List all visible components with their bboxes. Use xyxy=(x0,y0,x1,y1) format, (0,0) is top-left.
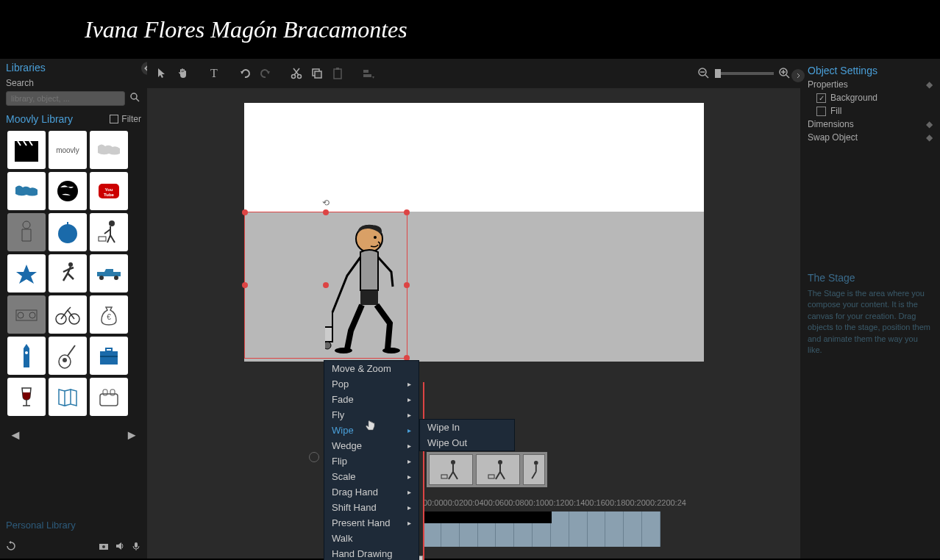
thumb-brochure[interactable] xyxy=(49,378,87,416)
submenu-item-wipe-out[interactable]: Wipe Out xyxy=(420,435,514,450)
menu-item-move-zoom[interactable]: Move & Zoom xyxy=(324,361,419,376)
thumb-clapper[interactable] xyxy=(7,131,46,169)
resize-handle-tr[interactable] xyxy=(404,209,410,215)
collapse-right-icon[interactable] xyxy=(791,69,805,82)
playhead[interactable] xyxy=(423,382,424,560)
thumb-truck[interactable] xyxy=(90,254,128,292)
thumb-wine[interactable] xyxy=(7,378,46,416)
resize-handle-tc[interactable] xyxy=(323,209,329,215)
expand-icon[interactable]: ◆ xyxy=(926,132,933,143)
ruler-tick: 00:02 xyxy=(444,498,464,511)
menu-item-fade[interactable]: Fade▸ xyxy=(324,392,419,407)
ruler-tick: 00:18 xyxy=(605,498,626,511)
timeline-clip[interactable] xyxy=(423,511,552,523)
refresh-icon[interactable] xyxy=(6,541,16,554)
fill-checkbox[interactable] xyxy=(816,107,826,116)
background-label: Background xyxy=(830,93,877,103)
timeline-toggle-icon[interactable] xyxy=(309,452,319,462)
filter-checkbox[interactable] xyxy=(110,115,118,123)
menu-item-pop[interactable]: Pop▸ xyxy=(324,376,419,392)
rotation-handle[interactable]: ⟲ xyxy=(322,198,330,208)
background-option[interactable]: Background xyxy=(808,93,933,103)
menu-item-flip[interactable]: Flip▸ xyxy=(324,453,419,469)
thumb-runner[interactable] xyxy=(49,254,87,292)
menu-item-wedge[interactable]: Wedge▸ xyxy=(324,438,419,453)
svg-rect-32 xyxy=(100,351,118,365)
swap-object-section[interactable]: Swap Object ◆ xyxy=(808,132,933,143)
thumb-star[interactable] xyxy=(7,254,46,292)
thumb-bigben[interactable] xyxy=(7,337,46,375)
zoom-slider[interactable] xyxy=(715,72,774,75)
thumb-worldmap-dark[interactable] xyxy=(7,172,46,210)
filter-control[interactable]: Filter xyxy=(110,114,141,124)
properties-section[interactable]: Properties ◆ xyxy=(808,79,933,90)
align-button[interactable] xyxy=(362,67,375,80)
stage[interactable]: ⟲ xyxy=(244,103,704,362)
zoom-in-button[interactable] xyxy=(778,67,791,80)
svg-point-19 xyxy=(114,276,118,280)
submenu-item-wipe-in[interactable]: Wipe In xyxy=(420,420,514,435)
thumb-businessman[interactable] xyxy=(7,213,46,251)
thumb-globe[interactable] xyxy=(49,172,87,210)
menu-item-hand-drawing[interactable]: Hand Drawing xyxy=(324,546,419,560)
menu-item-walk[interactable]: Walk xyxy=(324,531,419,546)
svg-point-75 xyxy=(325,342,331,349)
svg-point-15 xyxy=(109,220,115,226)
resize-handle-tl[interactable] xyxy=(242,209,248,215)
search-input[interactable] xyxy=(6,91,125,106)
pager-prev[interactable]: ◄ xyxy=(9,428,22,443)
thumb-moovly[interactable]: moovly xyxy=(49,131,87,169)
sound-icon[interactable] xyxy=(115,541,125,554)
thumb-bicycle[interactable] xyxy=(49,295,87,334)
background-checkbox[interactable] xyxy=(816,93,826,103)
menu-item-scale[interactable]: Scale▸ xyxy=(324,469,419,484)
svg-rect-70 xyxy=(360,290,378,305)
timeline-clip-thumbs[interactable] xyxy=(427,452,547,487)
pager-next[interactable]: ► xyxy=(125,428,138,443)
dimensions-section[interactable]: Dimensions ◆ xyxy=(808,119,933,129)
timeline-thumb-1[interactable] xyxy=(429,454,473,485)
thumb-person-cart[interactable] xyxy=(90,213,128,251)
boy-with-cart-object[interactable] xyxy=(325,217,413,356)
text-tool[interactable]: T xyxy=(207,67,221,80)
ruler-tick: 00:06 xyxy=(484,498,505,511)
thumb-stereo[interactable] xyxy=(7,295,46,334)
ruler-tick: 00:00 xyxy=(423,498,444,511)
svg-line-31 xyxy=(68,345,75,356)
expand-icon[interactable]: ◆ xyxy=(926,79,933,90)
ruler-tick: 00:08 xyxy=(504,498,524,511)
timeline-thumb-2[interactable] xyxy=(476,454,520,485)
thumb-worldmap[interactable] xyxy=(90,131,128,169)
personal-library-header[interactable]: Personal Library xyxy=(0,514,147,536)
thumb-apple[interactable] xyxy=(49,213,87,251)
copy-button[interactable] xyxy=(310,67,324,80)
ruler-tick: 00:16 xyxy=(585,498,605,511)
resize-handle-ml[interactable] xyxy=(242,282,248,288)
thumb-toaster[interactable] xyxy=(90,378,128,416)
cut-button[interactable] xyxy=(290,67,303,80)
hand-tool[interactable] xyxy=(177,67,190,80)
timeline-track[interactable] xyxy=(423,511,661,547)
thumb-moneybag[interactable]: € xyxy=(90,295,128,334)
timeline-thumb-3[interactable] xyxy=(523,454,545,485)
pointer-tool[interactable] xyxy=(156,67,169,80)
undo-button[interactable] xyxy=(238,67,252,80)
mic-icon[interactable] xyxy=(131,541,141,554)
menu-item-shift-hand[interactable]: Shift Hand▸ xyxy=(324,500,419,515)
camera-icon[interactable] xyxy=(99,541,109,554)
svg-rect-44 xyxy=(135,542,138,548)
fill-option[interactable]: Fill xyxy=(808,106,933,116)
thumb-guitar[interactable] xyxy=(49,337,87,375)
menu-item-present-hand[interactable]: Present Hand▸ xyxy=(324,515,419,531)
expand-icon[interactable]: ◆ xyxy=(926,119,933,129)
sidebar-left: Libraries Search Moovly Library Filter m… xyxy=(0,59,147,559)
toolbar: T xyxy=(147,59,800,88)
thumb-youtube[interactable]: YouTube xyxy=(90,172,128,210)
paste-button[interactable] xyxy=(331,67,344,80)
redo-button[interactable] xyxy=(259,67,272,80)
menu-item-drag-hand[interactable]: Drag Hand▸ xyxy=(324,484,419,500)
thumb-briefcase[interactable] xyxy=(90,337,128,375)
zoom-out-button[interactable] xyxy=(697,67,711,80)
search-button[interactable] xyxy=(129,92,141,106)
timeline-ruler[interactable]: 00:00 00:02 00:04 00:06 00:08 00:10 00:1… xyxy=(423,498,661,511)
